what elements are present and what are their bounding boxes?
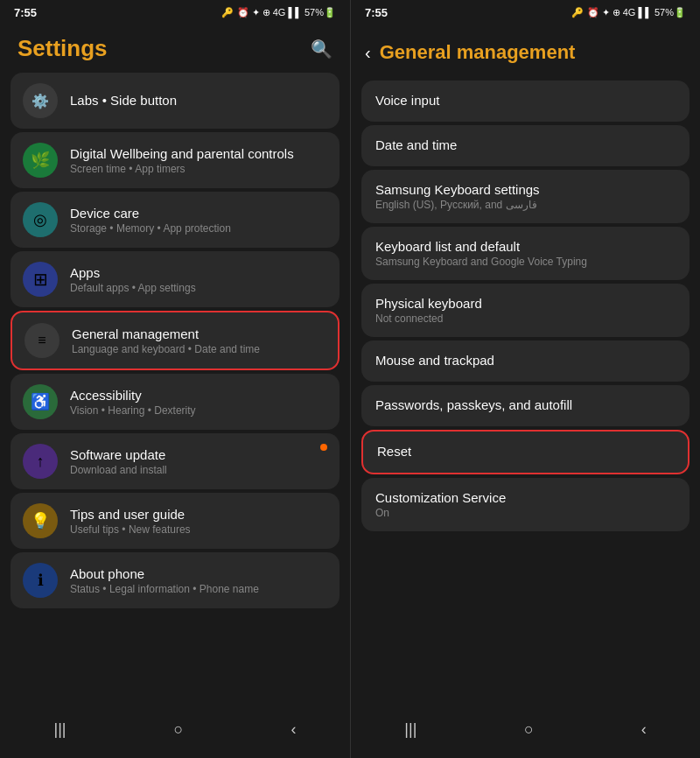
gm-title: General management (380, 41, 576, 64)
accessibility-title: Accessibility (70, 388, 327, 403)
settings-item-labs[interactable]: ⚙️ Labs • Side button (10, 73, 340, 129)
date-time-title: Date and time (375, 137, 676, 152)
general-management-icon: ≡ (24, 323, 60, 358)
device-care-title: Device care (70, 206, 327, 221)
about-phone-icon: ℹ (23, 563, 58, 598)
gm-item-mouse-trackpad[interactable]: Mouse and trackpad (361, 340, 690, 382)
physical-keyboard-subtitle: Not connected (375, 312, 676, 325)
digital-wellbeing-title: Digital Wellbeing and parental controls (70, 146, 327, 161)
settings-item-general-management[interactable]: ≡ General management Language and keyboa… (10, 311, 340, 370)
gm-item-passwords[interactable]: Passwords, passkeys, and autofill (361, 385, 690, 426)
digital-wellbeing-subtitle: Screen time • App timers (70, 163, 327, 175)
right-recent-apps-button[interactable]: ||| (387, 715, 434, 744)
general-management-subtitle: Language and keyboard • Date and time (72, 343, 326, 355)
apps-subtitle: Default apps • App settings (70, 282, 327, 294)
mouse-trackpad-title: Mouse and trackpad (375, 353, 676, 368)
left-panel: 7:55 🔑 ⏰ ✦ ⊕ 4G ▌▌ 57%🔋 Settings 🔍 ⚙️ La… (0, 0, 350, 758)
samsung-keyboard-title: Samsung Keyboard settings (375, 182, 676, 197)
gm-list: Voice input Date and time Samsung Keyboa… (351, 77, 700, 706)
apps-title: Apps (70, 265, 327, 280)
software-update-icon: ↑ (23, 444, 58, 479)
gm-item-date-time[interactable]: Date and time (361, 125, 690, 166)
settings-item-about-phone[interactable]: ℹ About phone Status • Legal information… (10, 552, 340, 608)
digital-wellbeing-icon: 🌿 (23, 143, 58, 178)
right-home-button[interactable]: ○ (507, 715, 551, 744)
gm-item-voice-input[interactable]: Voice input (361, 81, 690, 122)
right-bottom-nav: ||| ○ ‹ (351, 706, 700, 758)
accessibility-subtitle: Vision • Hearing • Dexterity (70, 404, 327, 417)
recent-apps-button[interactable]: ||| (37, 715, 84, 744)
tips-title: Tips and user guide (70, 507, 327, 522)
left-time: 7:55 (14, 6, 37, 19)
reset-title: Reset (377, 444, 674, 459)
about-phone-subtitle: Status • Legal information • Phone name (70, 583, 327, 595)
about-phone-title: About phone (70, 566, 327, 581)
software-update-title: Software update (70, 447, 327, 462)
gm-item-keyboard-list[interactable]: Keyboard list and default Samsung Keyboa… (361, 227, 690, 280)
gm-item-physical-keyboard[interactable]: Physical keyboard Not connected (361, 284, 690, 337)
right-time: 7:55 (365, 6, 388, 19)
device-care-icon: ◎ (23, 202, 58, 237)
settings-item-device-care[interactable]: ◎ Device care Storage • Memory • App pro… (10, 192, 340, 248)
labs-icon: ⚙️ (23, 83, 58, 118)
settings-item-accessibility[interactable]: ♿ Accessibility Vision • Hearing • Dexte… (10, 374, 340, 430)
tips-subtitle: Useful tips • New features (70, 523, 327, 536)
passwords-title: Passwords, passkeys, and autofill (375, 397, 676, 412)
settings-list: ⚙️ Labs • Side button 🌿 Digital Wellbein… (0, 69, 350, 706)
right-back-button[interactable]: ‹ (624, 715, 664, 744)
settings-header: Settings 🔍 (0, 25, 350, 69)
keyboard-list-subtitle: Samsung Keyboard and Google Voice Typing (375, 256, 676, 268)
accessibility-icon: ♿ (23, 384, 58, 419)
software-update-subtitle: Download and install (70, 464, 327, 476)
right-status-icons: 🔑 ⏰ ✦ ⊕ 4G ▌▌ 57%🔋 (571, 7, 686, 18)
settings-item-software-update[interactable]: ↑ Software update Download and install (10, 433, 340, 489)
back-nav-button[interactable]: ‹ (365, 43, 371, 63)
left-status-bar: 7:55 🔑 ⏰ ✦ ⊕ 4G ▌▌ 57%🔋 (0, 0, 350, 25)
right-panel: 7:55 🔑 ⏰ ✦ ⊕ 4G ▌▌ 57%🔋 ‹ General manage… (350, 0, 700, 758)
settings-item-apps[interactable]: ⊞ Apps Default apps • App settings (10, 251, 340, 307)
device-care-subtitle: Storage • Memory • App protection (70, 222, 327, 235)
back-button[interactable]: ‹ (273, 715, 313, 744)
software-update-dot (320, 444, 327, 451)
customization-subtitle: On (375, 507, 676, 519)
search-icon[interactable]: 🔍 (311, 39, 332, 60)
gm-item-samsung-keyboard[interactable]: Samsung Keyboard settings English (US), … (361, 170, 690, 223)
labs-title: Labs • Side button (70, 93, 327, 108)
settings-title: Settings (18, 35, 108, 62)
voice-input-title: Voice input (375, 93, 676, 108)
customization-title: Customization Service (375, 490, 676, 505)
keyboard-list-title: Keyboard list and default (375, 239, 676, 254)
home-button[interactable]: ○ (157, 715, 201, 744)
right-status-bar: 7:55 🔑 ⏰ ✦ ⊕ 4G ▌▌ 57%🔋 (351, 0, 700, 25)
left-status-icons: 🔑 ⏰ ✦ ⊕ 4G ▌▌ 57%🔋 (221, 7, 336, 18)
general-management-title: General management (72, 326, 326, 341)
gm-item-reset[interactable]: Reset (361, 430, 690, 474)
gm-header: ‹ General management (351, 25, 700, 77)
samsung-keyboard-subtitle: English (US), Русский, and فارسی (375, 199, 676, 211)
left-bottom-nav: ||| ○ ‹ (0, 706, 350, 758)
apps-icon: ⊞ (23, 262, 58, 297)
physical-keyboard-title: Physical keyboard (375, 296, 676, 311)
tips-icon: 💡 (23, 503, 58, 538)
gm-item-customization[interactable]: Customization Service On (361, 478, 690, 531)
settings-item-tips[interactable]: 💡 Tips and user guide Useful tips • New … (10, 493, 340, 549)
settings-item-digital-wellbeing[interactable]: 🌿 Digital Wellbeing and parental control… (10, 132, 340, 188)
